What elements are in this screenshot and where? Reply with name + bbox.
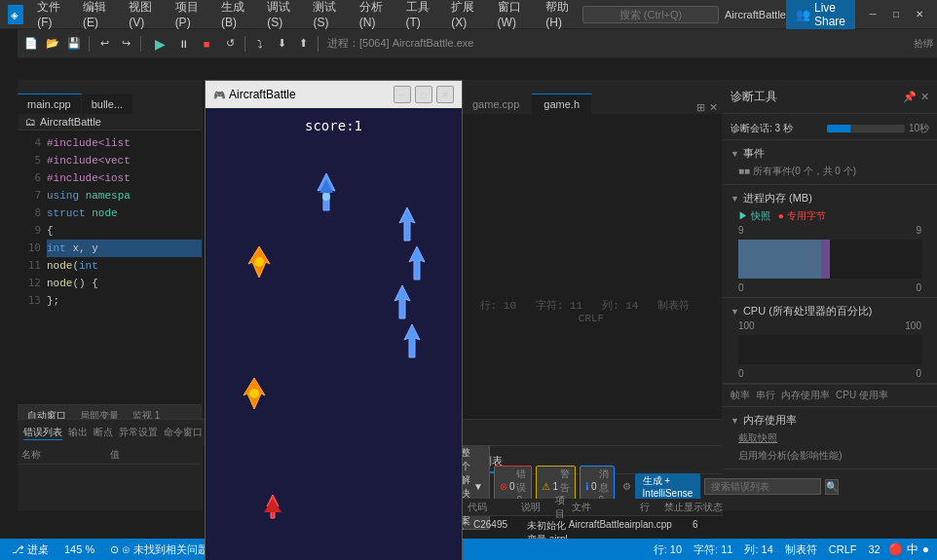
tab-memory-usage[interactable]: 内存使用率 — [781, 389, 830, 402]
session-row: 诊断会话: 3 秒 10秒 — [723, 118, 937, 140]
debug-restart[interactable]: ↺ — [220, 34, 240, 54]
heap-analysis-toggle[interactable]: 启用堆分析(会影响性能) — [731, 447, 929, 465]
maximize-button[interactable]: □ — [886, 5, 906, 24]
status-encoding[interactable]: CRLF — [825, 541, 861, 558]
col-code-header[interactable]: 代码 — [468, 501, 521, 514]
menu-test[interactable]: 测试(S) — [305, 0, 349, 31]
toolbar-undo[interactable]: ↩ — [94, 34, 114, 54]
cpu-chevron: ▼ — [731, 307, 739, 317]
toolbar-open[interactable]: 📂 — [43, 34, 62, 54]
code-area[interactable]: #include<list #include<vect #include<ios… — [47, 131, 202, 310]
menu-tools[interactable]: 工具(T) — [398, 0, 442, 31]
heap-snapshot-btn[interactable]: 截取快照 — [738, 432, 777, 443]
memory-mode-dedicated[interactable]: ● 专用字节 — [778, 209, 826, 223]
debug-continue[interactable]: ▶ — [150, 34, 169, 54]
menu-file[interactable]: 文件(F) — [29, 0, 73, 31]
tab-main-cpp[interactable]: main.cpp — [18, 93, 82, 114]
status-no-issues[interactable]: ⊙ ⊙ 未找到相关问题 — [106, 542, 212, 557]
live-share-button[interactable]: 👥 Live Share — [786, 0, 855, 30]
toolbar-step-into[interactable]: ⬇ — [272, 34, 291, 54]
bottom-tab-exceptions[interactable]: 异常设置 — [119, 426, 158, 439]
debug-stop[interactable]: ■ — [197, 34, 216, 54]
tab-cpu-usage[interactable]: CPU 使用率 — [836, 389, 888, 402]
tab-game-cpp[interactable]: game.cpp — [461, 94, 532, 114]
cpu-label: CPU (所有处理器的百分比) — [743, 304, 873, 318]
col-suppress-header: 禁止显示状态 — [664, 501, 723, 514]
svg-marker-8 — [404, 324, 420, 357]
col-desc-header[interactable]: 说明 — [521, 501, 555, 514]
status-col[interactable]: 字符: 11 — [690, 541, 736, 558]
menu-view[interactable]: 视图(V) — [121, 0, 165, 31]
bottom-tab-command[interactable]: 命令窗口 — [164, 426, 203, 439]
status-time[interactable]: 32 — [865, 541, 884, 558]
global-search-input[interactable] — [582, 6, 719, 23]
warn-triangle-icon: ⚠ — [542, 481, 550, 492]
game-maximize[interactable]: □ — [415, 86, 432, 103]
game-minimize[interactable]: ─ — [394, 86, 411, 103]
toolbar-redo[interactable]: ↪ — [116, 34, 135, 54]
game-window: 🎮 AircraftBattle ─ □ ✕ score:1 — [205, 80, 463, 560]
player-aircraft-small — [259, 493, 286, 520]
status-right: 行: 10 字符: 11 列: 14 制表符 CRLF 32 🔴 中 ● — [650, 541, 929, 558]
col-file-header[interactable]: 文件 — [572, 501, 640, 514]
editor-tabs: main.cpp bulle... — [18, 80, 202, 114]
status-sys-icons: 🔴 中 ● — [888, 541, 929, 558]
events-value: ■■ 所有事件(0 个，共 0 个) — [731, 163, 929, 180]
events-header[interactable]: ▼ 事件 — [731, 144, 929, 163]
cpu-max-right: 100 — [905, 320, 921, 331]
editor-content: 45678 910111213 #include<list #include<v… — [18, 131, 202, 404]
svg-marker-5 — [399, 207, 415, 241]
toolbar-location: 拾绑 — [914, 37, 933, 51]
bottom-tab-breakpoints[interactable]: 断点 — [94, 426, 113, 439]
menu-build[interactable]: 生成(B) — [213, 0, 257, 31]
error-search-button[interactable]: 🔍 — [825, 479, 839, 495]
menu-help[interactable]: 帮助(H) — [538, 0, 582, 31]
enemy-aircraft-2 — [401, 244, 432, 281]
menu-project[interactable]: 项目(P) — [168, 0, 211, 31]
menu-analyze[interactable]: 分析(N) — [352, 0, 396, 31]
close-tab-icon[interactable]: ✕ — [709, 101, 718, 114]
editor-panel: main.cpp bulle... 🗂 AircraftBattle 45678… — [18, 80, 203, 511]
minimize-button[interactable]: ─ — [863, 5, 882, 24]
toolbar-save[interactable]: 💾 — [64, 34, 84, 54]
memory-usage-header[interactable]: ▼ 内存使用率 — [731, 411, 929, 429]
filter-chevron: ▼ — [473, 481, 483, 492]
title-bar-right: 👥 Live Share ─ □ ✕ — [786, 0, 929, 30]
debug-close-icon[interactable]: ✕ — [920, 91, 929, 103]
bottom-tab-errors[interactable]: 错误列表 — [23, 426, 62, 440]
tab-serial[interactable]: 串行 — [756, 389, 775, 402]
status-line[interactable]: 行: 10 — [650, 541, 686, 558]
encoding-text: CRLF — [829, 543, 857, 555]
close-button[interactable]: ✕ — [910, 5, 929, 24]
memory-mode-snapshot[interactable]: ▶ 快照 — [738, 209, 770, 223]
status-row[interactable]: 列: 14 — [740, 541, 776, 558]
debug-pause[interactable]: ⏸ — [173, 34, 193, 54]
toolbar-new[interactable]: 📄 — [21, 34, 41, 54]
tab-bullet[interactable]: bulle... — [82, 93, 133, 114]
menu-edit[interactable]: 编辑(E) — [75, 0, 119, 31]
menu-debug[interactable]: 调试(S) — [259, 0, 303, 31]
status-zoom[interactable]: 145 % — [60, 543, 98, 555]
svg-text:◈: ◈ — [11, 10, 19, 20]
toolbar-step-over[interactable]: ⤵ — [250, 34, 270, 54]
memory-header[interactable]: ▼ 进程内存 (MB) — [731, 189, 929, 207]
game-close[interactable]: ✕ — [436, 86, 454, 103]
status-tab[interactable]: 制表符 — [781, 541, 821, 558]
error-search-input[interactable] — [704, 478, 821, 495]
toolbar-step-out[interactable]: ⬆ — [293, 34, 313, 54]
memory-chevron: ▼ — [731, 194, 739, 204]
menu-extensions[interactable]: 扩展(X) — [443, 0, 487, 31]
col-value: 值 — [110, 448, 199, 462]
tab-game-h[interactable]: game.h — [532, 93, 592, 114]
debug-pin-icon[interactable]: 📌 — [903, 91, 917, 103]
col-line-header[interactable]: 行 — [640, 501, 664, 514]
build-button[interactable]: 生成 + IntelliSense — [635, 473, 701, 500]
memory-fill-2 — [821, 240, 830, 279]
bottom-tab-output[interactable]: 输出 — [68, 426, 88, 439]
cpu-header[interactable]: ▼ CPU (所有处理器的百分比) — [731, 302, 929, 320]
split-editor-icon[interactable]: ⊞ — [696, 101, 705, 114]
menu-window[interactable]: 窗口(W) — [490, 0, 537, 31]
status-git[interactable]: ⎇ 进桌 — [8, 542, 53, 557]
error-row-1[interactable]: ⚠ C26495 未初始化变量 airplan::px，始终初始化成员变量 (t… — [448, 516, 723, 539]
tab-framerate[interactable]: 帧率 — [731, 389, 750, 402]
